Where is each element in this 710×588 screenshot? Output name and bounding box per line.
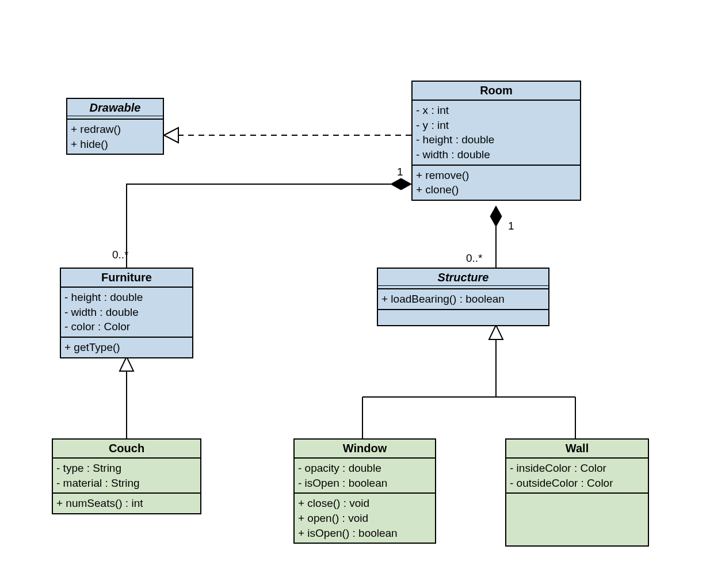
class-name: Structure [438, 271, 489, 284]
class-name: Couch [109, 442, 144, 455]
class-furniture-methods: + getType() [61, 338, 192, 357]
method: + getType() [64, 340, 189, 355]
class-window: Window - opacity : double - isOpen : boo… [293, 438, 436, 544]
method: + redraw() [71, 122, 159, 137]
class-furniture-title: Furniture [61, 269, 192, 288]
class-room-methods: + remove() + clone() [413, 166, 580, 200]
attr: - width : double [416, 147, 577, 162]
method: + isOpen() : boolean [298, 526, 432, 541]
svg-marker-7 [489, 325, 503, 339]
attr: - opacity : double [298, 461, 432, 476]
method: + close() : void [298, 496, 432, 511]
attr: - outsideColor : Color [510, 476, 644, 491]
attr: - height : double [416, 132, 577, 147]
empty-section [506, 494, 648, 544]
class-couch-title: Couch [53, 440, 200, 459]
class-furniture-attrs: - height : double - width : double - col… [61, 288, 192, 338]
class-furniture: Furniture - height : double - width : do… [60, 268, 193, 358]
class-name: Furniture [101, 271, 152, 284]
method: + hide() [71, 137, 159, 152]
svg-marker-1 [164, 128, 178, 143]
class-window-attrs: - opacity : double - isOpen : boolean [295, 459, 435, 494]
class-drawable: Drawable + redraw() + hide() [66, 98, 164, 155]
attr: - isOpen : boolean [298, 476, 432, 491]
attr: - x : int [416, 103, 577, 118]
attr: - height : double [64, 290, 189, 305]
attr: - insideColor : Color [510, 461, 644, 476]
class-drawable-title: Drawable [67, 99, 163, 120]
class-wall-attrs: - insideColor : Color - outsideColor : C… [506, 459, 648, 494]
method: + remove() [416, 168, 577, 183]
multiplicity-label: 1 [508, 220, 514, 232]
class-window-methods: + close() : void + open() : void + isOpe… [295, 494, 435, 543]
class-room-title: Room [413, 82, 580, 101]
multiplicity-label: 0..* [466, 252, 483, 265]
attr: - color : Color [64, 319, 189, 334]
svg-marker-3 [490, 206, 502, 227]
class-name: Window [343, 442, 387, 455]
class-structure-title: Structure [378, 269, 548, 289]
svg-marker-6 [120, 357, 133, 371]
attr: - y : int [416, 118, 577, 133]
class-couch-attrs: - type : String - material : String [53, 459, 200, 494]
class-couch: Couch - type : String - material : Strin… [52, 438, 201, 514]
method: + loadBearing() : boolean [381, 292, 545, 307]
class-wall-title: Wall [506, 440, 648, 459]
method: + clone() [416, 182, 577, 197]
method: + open() : void [298, 511, 432, 526]
class-wall: Wall - insideColor : Color - outsideColo… [505, 438, 649, 547]
class-couch-methods: + numSeats() : int [53, 494, 200, 513]
multiplicity-label: 1 [397, 166, 403, 178]
attr: - type : String [56, 461, 197, 476]
attr: - material : String [56, 476, 197, 491]
class-structure-methods: + loadBearing() : boolean [378, 289, 548, 310]
class-room-attrs: - x : int - y : int - height : double - … [413, 101, 580, 166]
multiplicity-label: 0..* [112, 249, 129, 261]
empty-section [378, 310, 548, 325]
svg-marker-2 [391, 178, 411, 190]
method: + numSeats() : int [56, 496, 197, 511]
class-structure: Structure + loadBearing() : boolean [377, 268, 549, 326]
class-drawable-methods: + redraw() + hide() [67, 120, 163, 154]
attr: - width : double [64, 305, 189, 320]
class-name: Room [480, 84, 513, 97]
class-name: Wall [566, 442, 589, 455]
uml-diagram: Drawable + redraw() + hide() Room - x : … [0, 0, 710, 588]
class-name: Drawable [90, 101, 141, 114]
class-room: Room - x : int - y : int - height : doub… [411, 81, 581, 201]
class-window-title: Window [295, 440, 435, 459]
